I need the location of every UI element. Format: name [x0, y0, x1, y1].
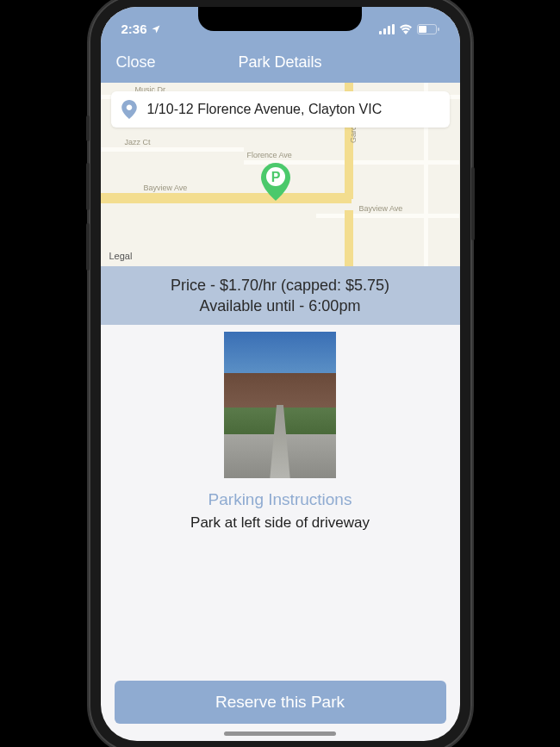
silent-switch — [86, 115, 90, 141]
svg-rect-3 — [392, 24, 395, 34]
details-section: Parking Instructions Park at left side o… — [101, 325, 460, 532]
volume-up-button — [86, 163, 90, 210]
wifi-icon — [399, 24, 413, 34]
phone-frame: 2:36 Close Park Details — [89, 0, 472, 747]
cellular-signal-icon — [379, 24, 395, 34]
location-arrow-icon — [151, 24, 161, 34]
reserve-button[interactable]: Reserve this Park — [115, 681, 446, 724]
street-label: Florence Ave — [247, 151, 292, 159]
map-legal-link[interactable]: Legal — [109, 251, 133, 261]
svg-rect-2 — [388, 26, 390, 34]
instructions-text: Park at left side of driveway — [190, 514, 370, 532]
status-time: 2:36 — [121, 22, 147, 36]
street-label: Bayview Ave — [144, 184, 188, 192]
address-search-bar[interactable]: 1/10-12 Florence Avenue, Clayton VIC — [111, 91, 450, 128]
parking-pin-icon[interactable]: P — [261, 163, 290, 201]
street-label: Jazz Ct — [125, 138, 151, 146]
availability-text: Available until - 6:00pm — [101, 296, 460, 316]
svg-rect-5 — [419, 26, 426, 33]
battery-icon — [417, 24, 439, 34]
instructions-heading: Parking Instructions — [208, 490, 352, 509]
close-button[interactable]: Close — [116, 53, 156, 72]
price-text: Price - $1.70/hr (capped: $5.75) — [101, 275, 460, 296]
phone-screen: 2:36 Close Park Details — [101, 7, 460, 741]
svg-text:P: P — [271, 170, 280, 184]
location-pin-icon — [121, 100, 137, 119]
map-view[interactable]: Music Dr Jazz Ct Florence Ave Bayview Av… — [101, 83, 460, 266]
parking-photo[interactable] — [224, 332, 336, 478]
phone-notch — [198, 7, 362, 31]
street-label: Gard — [349, 125, 358, 142]
navigation-bar: Close Park Details — [101, 43, 460, 83]
svg-rect-0 — [379, 31, 382, 34]
price-banner: Price - $1.70/hr (capped: $5.75) Availab… — [101, 266, 460, 326]
power-button — [471, 167, 475, 240]
page-title: Park Details — [238, 53, 321, 72]
street-label: Bayview Ave — [359, 204, 403, 213]
home-indicator[interactable] — [224, 731, 336, 736]
volume-down-button — [86, 223, 90, 271]
address-text: 1/10-12 Florence Avenue, Clayton VIC — [147, 102, 383, 117]
svg-rect-6 — [438, 28, 439, 31]
svg-rect-1 — [383, 28, 386, 34]
